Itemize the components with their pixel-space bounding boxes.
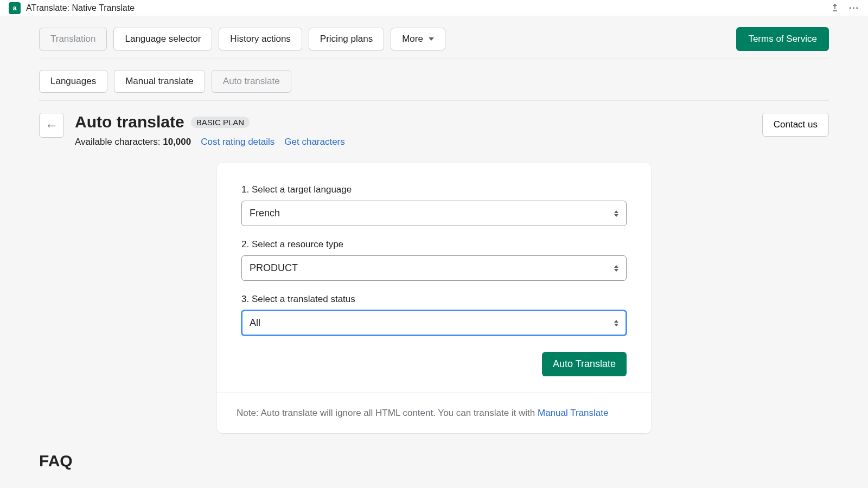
pin-icon[interactable]	[831, 4, 839, 12]
subtab-languages[interactable]: Languages	[39, 70, 107, 93]
translated-status-label: 3. Select a translated status	[241, 294, 627, 305]
card-footer-note: Note: Auto translate will ignore all HTM…	[217, 393, 651, 433]
cost-rating-details-link[interactable]: Cost rating details	[201, 137, 275, 147]
app-title: ATranslate: Native Translate	[26, 3, 135, 13]
translated-status-group: 3. Select a translated status All	[241, 294, 627, 336]
primary-nav: Translation Language selector History ac…	[39, 16, 829, 59]
select-caret-icon	[614, 210, 618, 217]
top-bar: a ATranslate: Native Translate ···	[0, 0, 868, 16]
note-text: Note: Auto translate will ignore all HTM…	[237, 408, 538, 418]
tab-pricing-plans[interactable]: Pricing plans	[309, 28, 384, 50]
plan-badge: BASIC PLAN	[191, 117, 250, 128]
faq-title: FAQ	[39, 452, 829, 470]
translated-status-select[interactable]: All	[241, 310, 627, 336]
get-characters-link[interactable]: Get characters	[284, 137, 345, 147]
more-menu-icon[interactable]: ···	[849, 3, 859, 13]
resource-type-value: PRODUCT	[250, 262, 298, 274]
page-title: Auto translate	[75, 113, 184, 131]
tab-history-actions[interactable]: History actions	[219, 28, 302, 50]
target-language-label: 1. Select a target language	[241, 184, 627, 195]
faq-section: FAQ	[39, 433, 829, 470]
manual-translate-link[interactable]: Manual Translate	[538, 408, 608, 418]
target-language-group: 1. Select a target language French	[241, 184, 627, 226]
subtab-manual-translate[interactable]: Manual translate	[114, 70, 205, 93]
select-caret-icon	[614, 320, 618, 326]
top-bar-left: a ATranslate: Native Translate	[9, 2, 135, 14]
back-button[interactable]: ←	[39, 113, 64, 138]
target-language-select[interactable]: French	[241, 201, 627, 226]
resource-type-group: 2. Select a resource type PRODUCT	[241, 239, 627, 281]
auto-translate-submit-button[interactable]: Auto Translate	[542, 352, 627, 376]
subtab-auto-translate[interactable]: Auto translate	[212, 70, 291, 93]
resource-type-select[interactable]: PRODUCT	[241, 255, 627, 281]
translated-status-value: All	[250, 317, 260, 329]
secondary-nav: Languages Manual translate Auto translat…	[39, 59, 829, 101]
top-bar-right: ···	[831, 3, 859, 13]
tab-more[interactable]: More	[391, 28, 445, 50]
tab-more-label: More	[402, 34, 423, 44]
page-header: ← Auto translate BASIC PLAN Available ch…	[39, 101, 829, 147]
tab-translation[interactable]: Translation	[39, 28, 107, 50]
app-icon: a	[9, 2, 21, 14]
contact-us-button[interactable]: Contact us	[762, 113, 829, 137]
chevron-down-icon	[429, 37, 434, 41]
available-characters-text: Available characters: 10,000	[75, 137, 191, 147]
arrow-left-icon: ←	[45, 118, 58, 133]
resource-type-label: 2. Select a resource type	[241, 239, 627, 250]
terms-of-service-button[interactable]: Terms of Service	[736, 27, 829, 51]
auto-translate-card: 1. Select a target language French 2. Se…	[217, 163, 651, 433]
target-language-value: French	[250, 208, 280, 219]
select-caret-icon	[614, 265, 618, 272]
available-characters-count: 10,000	[163, 137, 191, 147]
tab-language-selector[interactable]: Language selector	[113, 28, 212, 50]
